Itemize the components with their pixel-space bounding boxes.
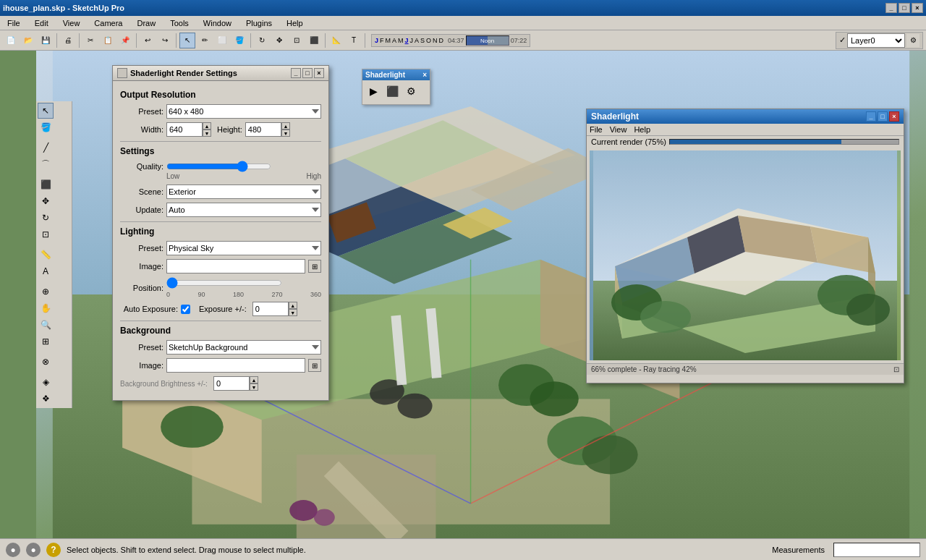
- render-settings-close[interactable]: ×: [314, 68, 324, 78]
- preset-select[interactable]: 640 x 480 800 x 600 1024 x 768 Custom: [166, 104, 321, 119]
- move-tool[interactable]: ✥: [38, 193, 54, 209]
- undo-button[interactable]: ↩: [140, 33, 156, 48]
- render-settings-maximize[interactable]: □: [302, 68, 313, 78]
- status-icon-1[interactable]: ●: [6, 543, 20, 557]
- cut-button[interactable]: ✂: [82, 33, 98, 48]
- section-tool[interactable]: ⊗: [38, 354, 54, 370]
- eraser-button[interactable]: ⬜: [214, 33, 230, 48]
- select-tool[interactable]: ↖: [38, 103, 54, 119]
- scale-button[interactable]: ⊡: [289, 33, 305, 48]
- exposure-input[interactable]: [252, 302, 289, 316]
- position-slider[interactable]: [166, 277, 282, 289]
- text-tool[interactable]: A: [38, 263, 54, 279]
- text-button[interactable]: T: [346, 33, 362, 48]
- height-input[interactable]: [245, 122, 281, 137]
- scale-tool[interactable]: ⊡: [38, 226, 54, 242]
- shaderlight-render-maximize[interactable]: □: [878, 111, 888, 122]
- bg-brightness-up[interactable]: ▲: [250, 376, 258, 383]
- menu-plugins[interactable]: Plugins: [242, 18, 276, 28]
- shaderlight-render-controls[interactable]: _ □ ×: [866, 111, 899, 122]
- height-spinner[interactable]: ▲ ▼: [245, 122, 290, 137]
- render-play-button[interactable]: ▶: [365, 83, 381, 99]
- exposure-up[interactable]: ▲: [289, 302, 297, 309]
- minimize-button[interactable]: _: [885, 3, 897, 13]
- move-button[interactable]: ✥: [271, 33, 287, 48]
- layer-settings[interactable]: ⚙: [906, 34, 919, 47]
- width-input[interactable]: [166, 122, 203, 137]
- menu-help[interactable]: Help: [282, 18, 307, 28]
- pencil-button[interactable]: ✏: [197, 33, 213, 48]
- scene-select[interactable]: Exterior Interior Product: [166, 184, 321, 199]
- bg-image-input[interactable]: [166, 358, 305, 373]
- auto-exposure-checkbox[interactable]: [181, 305, 190, 314]
- shaderlight-small-close[interactable]: ×: [422, 71, 427, 79]
- render-settings-minimize[interactable]: _: [291, 68, 301, 78]
- menu-tools[interactable]: Tools: [166, 18, 193, 28]
- render-settings-small-button[interactable]: ⚙: [403, 83, 419, 99]
- rotate-button[interactable]: ↻: [254, 33, 270, 48]
- orbit-tool[interactable]: ⊕: [38, 284, 54, 300]
- tape-tool[interactable]: 📏: [38, 247, 54, 263]
- menu-edit[interactable]: Edit: [30, 18, 53, 28]
- close-button[interactable]: ×: [912, 3, 923, 13]
- extra-tool-2[interactable]: ❖: [38, 391, 54, 407]
- width-down[interactable]: ▼: [203, 130, 211, 137]
- bg-image-browse[interactable]: ⊞: [308, 359, 321, 372]
- render-stop-button[interactable]: ⬛: [384, 83, 400, 99]
- shaderlight-render-title-bar[interactable]: Shaderlight _ □ ×: [587, 109, 904, 124]
- print-button[interactable]: 🖨: [60, 33, 76, 48]
- exposure-spinner-btns[interactable]: ▲ ▼: [289, 302, 297, 316]
- line-tool[interactable]: ╱: [38, 140, 54, 156]
- bg-preset-select[interactable]: SketchUp Background Physical Sky Custom …: [166, 340, 321, 355]
- bg-brightness-spinner[interactable]: ▲ ▼: [213, 376, 258, 391]
- bg-brightness-down[interactable]: ▼: [250, 383, 258, 391]
- copy-button[interactable]: 📋: [100, 33, 116, 48]
- render-settings-title-bar[interactable]: Shaderlight Render Settings _ □ ×: [113, 66, 328, 81]
- width-spinner[interactable]: ▲ ▼: [166, 122, 211, 137]
- open-button[interactable]: 📂: [20, 33, 36, 48]
- menu-camera[interactable]: Camera: [90, 18, 127, 28]
- paint-button[interactable]: 🪣: [232, 33, 247, 48]
- select-button[interactable]: ↖: [179, 33, 195, 48]
- bg-brightness-input[interactable]: [213, 376, 250, 391]
- quality-slider[interactable]: [166, 161, 271, 172]
- menu-window[interactable]: Window: [199, 18, 236, 28]
- width-spinner-btns[interactable]: ▲ ▼: [203, 122, 211, 137]
- shaderlight-render-minimize[interactable]: _: [866, 111, 876, 122]
- measure-button[interactable]: 📐: [328, 33, 344, 48]
- lighting-image-input[interactable]: [166, 259, 305, 273]
- update-select[interactable]: Auto Manual: [166, 203, 321, 217]
- title-bar-controls[interactable]: _ □ ×: [885, 3, 923, 13]
- exposure-down[interactable]: ▼: [289, 309, 297, 316]
- render-menu-view[interactable]: View: [610, 125, 627, 134]
- render-settings-controls[interactable]: _ □ ×: [291, 68, 324, 78]
- measurements-box[interactable]: [833, 543, 920, 557]
- width-up[interactable]: ▲: [203, 122, 211, 130]
- render-menu-help[interactable]: Help: [634, 125, 650, 134]
- maximize-button[interactable]: □: [899, 3, 910, 13]
- bg-brightness-spinner-btns[interactable]: ▲ ▼: [250, 376, 258, 391]
- pan-tool[interactable]: ✋: [38, 300, 54, 316]
- paint-tool[interactable]: 🪣: [38, 119, 54, 135]
- shaderlight-small-title[interactable]: Shaderlight ×: [362, 69, 430, 80]
- exposure-spinner[interactable]: ▲ ▼: [252, 302, 297, 316]
- arc-tool[interactable]: ⌒: [38, 156, 54, 172]
- zoom-extent-tool[interactable]: ⊞: [38, 334, 54, 349]
- redo-button[interactable]: ↪: [157, 33, 173, 48]
- render-menu-file[interactable]: File: [590, 125, 603, 134]
- status-icon-help[interactable]: ?: [46, 543, 61, 557]
- render-resize-icon[interactable]: ⊡: [893, 365, 899, 373]
- menu-view[interactable]: View: [59, 18, 85, 28]
- save-button[interactable]: 💾: [38, 33, 54, 48]
- height-down[interactable]: ▼: [281, 130, 290, 137]
- shaderlight-render-close[interactable]: ×: [889, 111, 899, 122]
- new-button[interactable]: 📄: [3, 33, 19, 48]
- extra-tool-1[interactable]: ◈: [38, 374, 54, 390]
- rotate-tool[interactable]: ↻: [38, 210, 54, 226]
- status-icon-2[interactable]: ●: [26, 543, 41, 557]
- paste-button[interactable]: 📌: [117, 33, 133, 48]
- height-up[interactable]: ▲: [281, 122, 290, 130]
- zoom-tool[interactable]: 🔍: [38, 317, 54, 333]
- height-spinner-btns[interactable]: ▲ ▼: [281, 122, 290, 137]
- menu-file[interactable]: File: [3, 18, 25, 28]
